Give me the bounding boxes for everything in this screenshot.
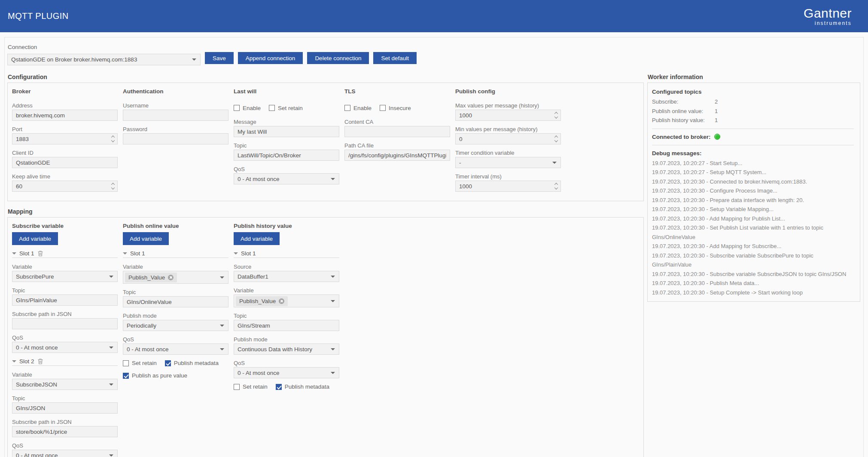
caret-down-icon	[331, 372, 335, 374]
trash-icon[interactable]	[37, 250, 43, 257]
spinner-icon[interactable]	[109, 181, 117, 191]
authentication-column: Authentication Username Password	[123, 88, 228, 150]
subscribe-slot1-topic-input[interactable]	[12, 294, 118, 306]
publish-history-set-retain-checkbox[interactable]	[234, 384, 240, 390]
max-values-label: Max values per message (history)	[455, 102, 561, 109]
last-will-qos-select[interactable]: 0 - At most once	[234, 173, 339, 184]
publish-history-variable-select[interactable]: Publish_Value	[234, 294, 339, 307]
subscribe-slot2-topic-input[interactable]	[12, 402, 118, 414]
publish-online-qos-select[interactable]: 0 - At most once	[123, 344, 228, 355]
client-id-input[interactable]	[12, 157, 118, 168]
remove-icon[interactable]	[168, 275, 174, 280]
collapse-icon[interactable]	[123, 252, 127, 255]
caret-down-icon	[192, 58, 196, 61]
publish-online-topic-input[interactable]	[123, 296, 228, 307]
qos-label: QoS	[234, 360, 339, 366]
timer-condition-label: Timer condition variable	[455, 150, 561, 156]
subscribe-slot2-variable-select[interactable]: SubscribeJSON	[12, 379, 118, 390]
logo-brand-text: Gantner	[804, 7, 852, 20]
gantner-logo: Gantner instruments	[804, 7, 852, 26]
publish-history-topic-input[interactable]	[234, 320, 339, 331]
subscribe-slot2-qos-select[interactable]: 0 - At most once	[12, 450, 118, 457]
debug-message: 19.07.2023, 10:20:30 - Setup Complete ->…	[652, 288, 854, 298]
subscribe-variable-column: Subscribe variable Add variable Slot 1	[12, 223, 118, 457]
connected-to-broker-label: Connected to broker:	[652, 132, 711, 141]
set-retain-label: Set retain	[243, 383, 268, 390]
keep-alive-label: Keep alive time	[12, 173, 118, 180]
publish-online-mode-select[interactable]: Periodically	[123, 320, 228, 331]
select-value: 0 - At most once	[16, 452, 58, 457]
collapse-icon[interactable]	[234, 252, 238, 255]
min-values-label: Min values per message (history)	[455, 126, 561, 132]
publish-history-mode-select[interactable]: Continuous Data with History	[234, 344, 339, 355]
subscribe-path-label: Subscribe path in JSON	[12, 311, 118, 317]
subscribe-slot2-path-input[interactable]	[12, 426, 118, 437]
publish-history-source-select[interactable]: DataBuffer1	[234, 271, 339, 282]
topic-label: Topic	[123, 289, 228, 295]
publish-online-metadata-checkbox[interactable]	[165, 360, 171, 366]
subscribe-slot1-variable-select[interactable]: SubscribePure	[12, 271, 118, 282]
last-will-set-retain-label: Set retain	[278, 105, 303, 111]
caret-down-icon	[331, 178, 335, 180]
delete-connection-button[interactable]: Delete connection	[307, 52, 369, 64]
keep-alive-input[interactable]	[12, 181, 118, 192]
last-will-enable-checkbox[interactable]	[234, 105, 240, 111]
publish-history-qos-select[interactable]: 0 - At most once	[234, 367, 339, 378]
min-values-input[interactable]	[455, 133, 561, 144]
spinner-icon[interactable]	[552, 110, 560, 120]
remove-icon[interactable]	[279, 298, 284, 304]
last-will-topic-input[interactable]	[234, 150, 339, 161]
address-input[interactable]	[12, 110, 118, 121]
topic-count-row: Publish online value: 1	[652, 107, 854, 116]
topic-count-value: 1	[715, 107, 718, 116]
configured-topics-title: Configured topics	[652, 87, 854, 96]
app-header: MQTT PLUGIN Gantner instruments	[0, 0, 868, 32]
caret-down-icon	[109, 347, 113, 349]
save-button[interactable]: Save	[205, 52, 234, 64]
max-values-input[interactable]	[455, 110, 561, 121]
set-default-button[interactable]: Set default	[373, 52, 417, 64]
tls-column-title: TLS	[344, 88, 450, 95]
port-input[interactable]	[12, 133, 118, 144]
path-ca-input[interactable]	[344, 150, 450, 161]
variable-label: Variable	[234, 287, 339, 294]
debug-message: 19.07.2023, 10:20:30 - Add Mapping for P…	[652, 214, 854, 224]
publish-online-add-variable-button[interactable]: Add variable	[123, 232, 169, 245]
spinner-icon[interactable]	[109, 134, 117, 144]
configured-topics-list: Subscribe: 2 Publish online value: 1 Pub…	[652, 97, 854, 125]
topic-count-row: Publish history value: 1	[652, 116, 854, 125]
append-connection-button[interactable]: Append connection	[238, 52, 303, 64]
subscribe-add-variable-button[interactable]: Add variable	[12, 232, 58, 245]
topic-count-label: Subscribe:	[652, 97, 715, 107]
last-will-set-retain-checkbox[interactable]	[269, 105, 275, 111]
subscribe-slot1-qos-select[interactable]: 0 - At most once	[12, 342, 118, 353]
username-input[interactable]	[123, 110, 228, 121]
timer-condition-select[interactable]: -	[455, 157, 561, 168]
select-value: 0 - At most once	[238, 370, 280, 376]
spinner-icon[interactable]	[552, 181, 560, 191]
collapse-icon[interactable]	[12, 252, 16, 255]
spinner-icon[interactable]	[552, 134, 560, 144]
content-ca-input[interactable]	[344, 126, 450, 137]
tls-enable-checkbox[interactable]	[344, 105, 350, 111]
caret-down-icon	[109, 276, 113, 278]
subscribe-slot1-path-input[interactable]	[12, 318, 118, 329]
publish-history-metadata-checkbox[interactable]	[276, 384, 282, 390]
collapse-icon[interactable]	[12, 360, 16, 362]
slot-label: Slot 1	[130, 250, 145, 257]
topic-label: Topic	[12, 395, 118, 402]
connection-select[interactable]: QstationGDE on Broker broker.hivemq.com:…	[7, 54, 201, 65]
tls-insecure-checkbox[interactable]	[380, 105, 386, 111]
tls-column: TLS Enable Insecure C	[344, 88, 450, 166]
publish-online-variable-select[interactable]: Publish_Value	[123, 271, 228, 284]
worker-information-panel: Configured topics Subscribe: 2 Publish o…	[647, 83, 860, 302]
publish-online-set-retain-checkbox[interactable]	[123, 360, 129, 366]
trash-icon[interactable]	[37, 358, 43, 365]
caret-down-icon	[109, 383, 113, 386]
publish-as-pure-value-checkbox[interactable]	[123, 373, 129, 379]
publish-history-add-variable-button[interactable]: Add variable	[234, 232, 280, 245]
topic-count-value: 2	[715, 97, 718, 107]
timer-interval-input[interactable]	[455, 181, 561, 192]
message-input[interactable]	[234, 126, 339, 137]
password-input[interactable]	[123, 133, 228, 144]
